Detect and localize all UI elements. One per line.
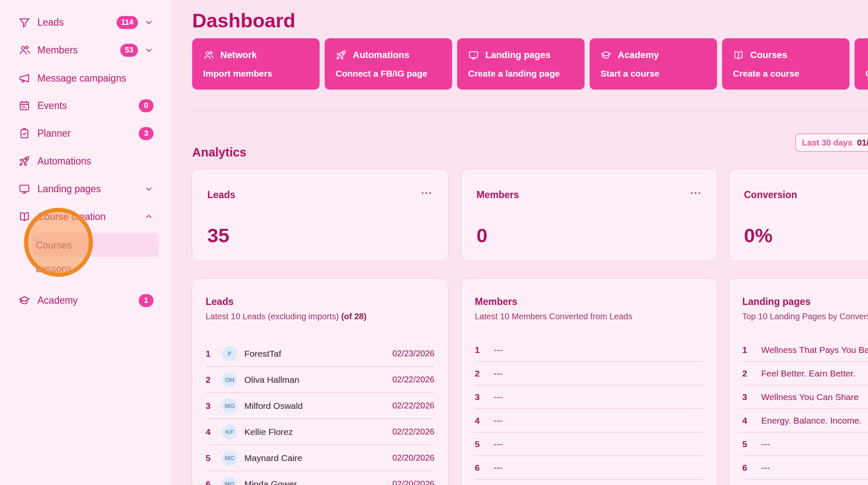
monitor-icon bbox=[19, 183, 30, 195]
row-number: 6 bbox=[206, 479, 215, 485]
row-number: 2 bbox=[742, 368, 752, 379]
graduation-cap-icon bbox=[601, 50, 611, 61]
lead-date: 02/22/2026 bbox=[392, 427, 434, 437]
lead-name: Minda Gower bbox=[244, 479, 385, 485]
lead-row[interactable]: 4 KF Kellie Florez 02/22/2026 bbox=[206, 419, 434, 445]
count-badge: 3 bbox=[139, 127, 153, 140]
avatar: MG bbox=[222, 477, 237, 485]
quick-action-clipped[interactable]: C bbox=[855, 38, 868, 90]
lead-row[interactable]: 1 F ForestTaf 02/23/2026 bbox=[206, 341, 434, 367]
row-number: 2 bbox=[475, 368, 484, 379]
chevron-down-icon[interactable] bbox=[144, 184, 153, 193]
sidebar-item-members[interactable]: Members 53 bbox=[0, 40, 172, 60]
landing-page-row[interactable]: 6 --- bbox=[742, 456, 868, 480]
sidebar-item-label: Academy bbox=[37, 295, 139, 306]
quick-action-academy[interactable]: Academy Start a course bbox=[590, 38, 717, 90]
landing-page-row[interactable]: 2 Feel Better. Earn Better. bbox=[742, 362, 868, 385]
quick-action-landing-pages[interactable]: Landing pages Create a landing page bbox=[457, 38, 585, 90]
list-title: Landing pages bbox=[742, 295, 868, 308]
quick-action-subtitle: C bbox=[865, 69, 868, 79]
quick-action-title: Automations bbox=[353, 50, 409, 61]
lead-row[interactable]: 3 MO Milford Oswald 02/22/2026 bbox=[206, 393, 434, 419]
megaphone-icon bbox=[19, 72, 30, 84]
lead-date: 02/22/2026 bbox=[392, 375, 434, 384]
sidebar-item-leads[interactable]: Leads 114 bbox=[0, 12, 172, 32]
row-number: 5 bbox=[206, 453, 215, 463]
chevron-up-icon[interactable] bbox=[144, 212, 153, 221]
lead-name: Oliva Hallman bbox=[244, 375, 385, 385]
row-number: 1 bbox=[475, 345, 484, 355]
more-options-icon[interactable] bbox=[688, 188, 703, 199]
avatar: MC bbox=[222, 451, 237, 466]
chevron-down-icon[interactable] bbox=[144, 45, 153, 55]
row-number: 6 bbox=[475, 463, 484, 473]
rocket-icon bbox=[336, 50, 347, 61]
member-row[interactable]: 6 --- bbox=[475, 456, 704, 480]
more-options-icon[interactable] bbox=[419, 188, 434, 199]
member-row[interactable]: 1 --- bbox=[475, 338, 704, 362]
quick-action-network[interactable]: Network Import members bbox=[192, 38, 320, 90]
members-list-card: Members Latest 10 Members Converted from… bbox=[461, 278, 717, 485]
date-range-label: Last 30 days bbox=[802, 138, 852, 148]
section-divider bbox=[192, 111, 868, 111]
sidebar-item-events[interactable]: Events 0 bbox=[0, 95, 172, 116]
lead-date: 02/23/2026 bbox=[392, 349, 434, 358]
quick-action-courses[interactable]: Courses Create a course bbox=[722, 38, 849, 90]
sidebar-item-label: Leads bbox=[37, 17, 116, 28]
chevron-down-icon[interactable] bbox=[144, 18, 153, 27]
sidebar-item-planner[interactable]: Planner 3 bbox=[0, 123, 172, 143]
landing-page-row[interactable]: 3 Wellness You Can Share bbox=[742, 385, 868, 409]
landing-page-name: --- bbox=[761, 439, 770, 449]
quick-action-automations[interactable]: Automations Connect a FB/IG page bbox=[325, 38, 452, 90]
landing-page-row[interactable]: 5 --- bbox=[742, 432, 868, 456]
quick-action-subtitle: Import members bbox=[203, 69, 309, 79]
count-badge: 114 bbox=[116, 16, 138, 29]
sidebar-item-label: Members bbox=[37, 45, 120, 56]
member-row[interactable]: 4 --- bbox=[475, 409, 704, 432]
landing-pages-list-card: Landing pages Top 10 Landing Pages by Co… bbox=[728, 278, 868, 485]
sidebar-item-course-creation[interactable]: Course creation bbox=[0, 207, 172, 227]
analytics-heading: Analytics bbox=[192, 146, 246, 159]
quick-action-subtitle: Create a landing page bbox=[468, 69, 574, 79]
sidebar-item-label: Planner bbox=[37, 128, 139, 139]
landing-page-row[interactable]: 4 Energy. Balance. Income. bbox=[742, 409, 868, 432]
quick-action-subtitle: Create a course bbox=[733, 69, 839, 79]
lead-row[interactable]: 5 MC Maynard Caire 02/20/2026 bbox=[206, 445, 434, 471]
member-row[interactable]: 3 --- bbox=[475, 385, 704, 409]
calendar-icon bbox=[19, 100, 30, 111]
sidebar-item-landing-pages[interactable]: Landing pages bbox=[0, 179, 172, 199]
sidebar-item-label: Automations bbox=[37, 156, 153, 167]
date-range-filter[interactable]: Last 30 days 01/2 bbox=[795, 133, 868, 152]
landing-page-name: Feel Better. Earn Better. bbox=[761, 368, 855, 379]
sidebar-item-message-campaigns[interactable]: Message campaigns bbox=[0, 68, 172, 88]
count-badge: 0 bbox=[139, 99, 153, 112]
landing-page-row[interactable]: 1 Wellness That Pays You Back bbox=[742, 338, 868, 362]
sidebar-item-label: Course creation bbox=[37, 211, 138, 223]
users-icon bbox=[203, 50, 214, 61]
rocket-icon bbox=[19, 155, 30, 167]
lead-row[interactable]: 2 OH Oliva Hallman 02/22/2026 bbox=[206, 367, 434, 393]
avatar: F bbox=[222, 346, 237, 361]
graduation-cap-icon bbox=[19, 294, 30, 306]
lead-row[interactable]: 6 MG Minda Gower 02/20/2026 bbox=[206, 471, 434, 485]
row-number: 4 bbox=[742, 416, 752, 426]
quick-action-title: Academy bbox=[618, 50, 659, 61]
member-row[interactable]: 2 --- bbox=[475, 362, 704, 385]
lead-name: Kellie Florez bbox=[244, 427, 385, 437]
sidebar-item-automations[interactable]: Automations bbox=[0, 151, 172, 171]
row-number: 4 bbox=[475, 416, 484, 426]
avatar: MO bbox=[222, 398, 237, 413]
sidebar-item-lessons[interactable]: Lessons bbox=[0, 260, 172, 278]
landing-page-name: Wellness You Can Share bbox=[761, 392, 859, 402]
funnel-icon bbox=[19, 16, 30, 28]
sidebar-item-courses[interactable]: Courses bbox=[0, 236, 172, 254]
member-row[interactable]: 5 --- bbox=[475, 432, 704, 456]
stat-card-members: Members 0 bbox=[461, 169, 717, 261]
landing-page-name: Wellness That Pays You Back bbox=[761, 345, 868, 355]
sidebar: Leads 114 Members 53 Message campaigns E… bbox=[0, 0, 172, 485]
lead-date: 02/22/2026 bbox=[392, 401, 434, 411]
list-title: Leads bbox=[206, 295, 434, 308]
sidebar-item-academy[interactable]: Academy 1 bbox=[0, 290, 172, 310]
row-number: 1 bbox=[742, 345, 752, 355]
row-number: 1 bbox=[206, 349, 215, 359]
